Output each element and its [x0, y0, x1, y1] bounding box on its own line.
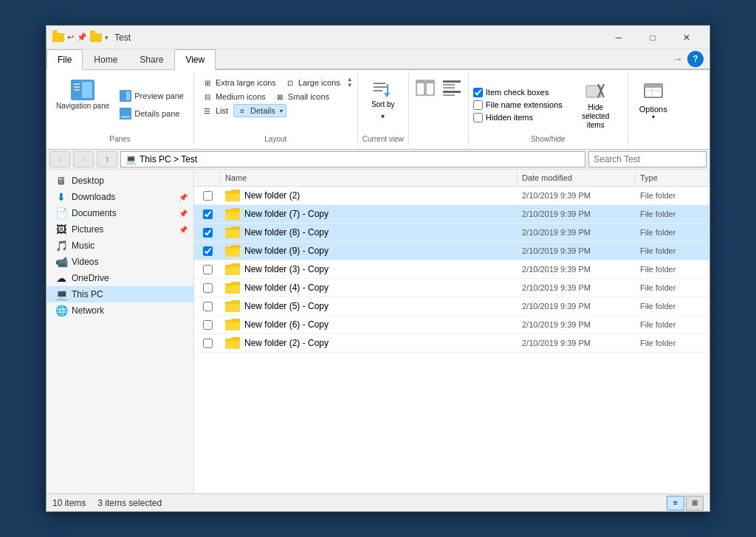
dropdown-arrow[interactable]: ▾	[105, 34, 109, 41]
large-view-toggle[interactable]: ⊞	[686, 496, 704, 510]
file-extensions-option[interactable]: File name extensions	[473, 99, 563, 111]
sort-by-button[interactable]: Sort by	[365, 76, 402, 112]
item-checkboxes-label: Item check boxes	[486, 88, 549, 97]
file-checkbox[interactable]	[203, 302, 213, 311]
table-row[interactable]: New folder (9) - Copy 2/10/2019 9:39 PM …	[194, 242, 709, 260]
file-type: File folder	[636, 243, 709, 258]
file-checkbox[interactable]	[203, 265, 213, 274]
sidebar-item-documents[interactable]: 📄 Documents 📌	[47, 205, 193, 221]
help-button[interactable]: ?	[687, 51, 704, 67]
sidebar-item-music[interactable]: 🎵 Music	[47, 238, 193, 254]
details-pane-button[interactable]: Details pane	[116, 105, 188, 122]
folder-icon	[225, 282, 240, 294]
table-row[interactable]: New folder (4) - Copy 2/10/2019 9:39 PM …	[194, 279, 709, 297]
list-button[interactable]: ☰ List	[199, 104, 232, 117]
file-checkbox-cell[interactable]	[194, 282, 221, 294]
details-dropdown-arrow[interactable]: ▾	[280, 108, 283, 114]
ribbon-group-showhide: Item check boxes File name extensions Hi…	[469, 73, 628, 146]
file-checkbox[interactable]	[203, 246, 213, 256]
file-checkbox-cell[interactable]	[194, 337, 221, 350]
header-date[interactable]: Date modified	[518, 171, 636, 184]
sort-dropdown-arrow[interactable]: ▾	[381, 112, 385, 123]
sidebar-item-thispc[interactable]: 💻 This PC	[47, 286, 193, 302]
file-extensions-checkbox[interactable]	[473, 100, 483, 110]
hide-selected-button[interactable]: Hide selected items	[568, 76, 623, 134]
sidebar-item-videos[interactable]: 📹 Videos	[47, 254, 193, 270]
tab-home[interactable]: Home	[83, 49, 128, 70]
options-button[interactable]: Options ▾	[633, 76, 674, 124]
table-row[interactable]: New folder (2) 2/10/2019 9:39 PM File fo…	[194, 187, 709, 205]
extra-large-icons-button[interactable]: ⊞ Extra large icons	[199, 76, 280, 89]
navigation-pane-button[interactable]: Navigation pane	[52, 76, 113, 134]
hidden-items-option[interactable]: Hidden items	[473, 111, 563, 124]
file-checkbox-cell[interactable]	[194, 226, 221, 239]
preview-pane-button[interactable]: Preview pane	[116, 88, 188, 104]
options-arrow[interactable]: ▾	[652, 114, 655, 120]
small-icons-button[interactable]: ⊠ Small icons	[271, 90, 333, 103]
svg-rect-5	[121, 91, 125, 100]
back-button[interactable]: ‹	[49, 151, 70, 167]
sidebar-item-network[interactable]: 🌐 Network	[47, 302, 193, 319]
up-button[interactable]: ↑	[97, 151, 117, 167]
close-button[interactable]: ✕	[670, 26, 704, 49]
group-button[interactable]	[440, 76, 464, 100]
file-checkbox-cell[interactable]	[194, 300, 221, 313]
search-input[interactable]	[588, 151, 707, 167]
svg-rect-21	[443, 91, 461, 93]
sidebar-item-desktop[interactable]: 🖥 Desktop	[47, 173, 193, 189]
details-button[interactable]: ≡ Details ▾	[233, 104, 286, 117]
layout-scroll-down[interactable]: ▼	[347, 83, 353, 89]
svg-rect-19	[443, 84, 455, 86]
main-area: 🖥 Desktop ⬇ Downloads 📌 📄 Documents 📌 🖼 …	[47, 170, 709, 493]
item-count: 10 items	[52, 498, 86, 508]
statusbar-right: ≡ ⊞	[667, 496, 704, 510]
file-checkbox[interactable]	[203, 228, 213, 238]
column-button[interactable]	[413, 76, 437, 100]
minimize-button[interactable]: ─	[602, 26, 636, 49]
table-row[interactable]: New folder (6) - Copy 2/10/2019 9:39 PM …	[194, 316, 709, 334]
folder-icon	[225, 226, 240, 238]
item-checkboxes-option[interactable]: Item check boxes	[473, 86, 563, 99]
file-checkbox[interactable]	[203, 339, 213, 348]
svg-rect-31	[225, 212, 240, 220]
tab-view[interactable]: View	[174, 49, 216, 70]
sidebar-item-pictures-label: Pictures	[72, 224, 103, 235]
details-view-toggle[interactable]: ≡	[667, 496, 684, 510]
table-row[interactable]: New folder (3) - Copy 2/10/2019 9:39 PM …	[194, 260, 709, 279]
file-checkbox-cell[interactable]	[194, 263, 221, 276]
sidebar-item-downloads[interactable]: ⬇ Downloads 📌	[47, 189, 193, 205]
tab-share[interactable]: Share	[128, 49, 174, 70]
table-row[interactable]: New folder (2) - Copy 2/10/2019 9:39 PM …	[194, 334, 709, 353]
file-checkbox[interactable]	[203, 209, 213, 219]
table-row[interactable]: New folder (5) - Copy 2/10/2019 9:39 PM …	[194, 297, 709, 316]
medium-icons-button[interactable]: ⊟ Medium icons	[199, 90, 269, 103]
options-label: Options	[639, 105, 667, 114]
file-checkbox-cell[interactable]	[194, 245, 221, 257]
folder-icon	[225, 337, 240, 349]
sidebar-item-pictures[interactable]: 🖼 Pictures 📌	[47, 221, 193, 238]
file-checkbox[interactable]	[203, 320, 213, 330]
file-checkbox[interactable]	[203, 283, 213, 293]
file-name-cell: New folder (8) - Copy	[221, 224, 518, 241]
sidebar-item-onedrive[interactable]: ☁ OneDrive	[47, 270, 193, 286]
undo-icon[interactable]: ↩	[67, 32, 74, 42]
file-checkbox-cell[interactable]	[194, 190, 221, 202]
tab-file[interactable]: File	[47, 49, 83, 70]
file-date: 2/10/2019 9:39 PM	[518, 336, 636, 350]
table-row[interactable]: New folder (7) - Copy 2/10/2019 9:39 PM …	[194, 205, 709, 224]
forward-button[interactable]: ›	[73, 151, 94, 167]
maximize-button[interactable]: □	[636, 26, 670, 49]
hidden-items-checkbox[interactable]	[473, 113, 483, 122]
svg-rect-16	[416, 80, 425, 83]
header-type[interactable]: Type	[636, 171, 709, 184]
table-row[interactable]: New folder (8) - Copy 2/10/2019 9:39 PM …	[194, 224, 709, 242]
file-checkbox-cell[interactable]	[194, 208, 221, 221]
file-checkbox-cell[interactable]	[194, 319, 221, 331]
address-bar[interactable]: 💻 This PC > Test	[120, 151, 585, 167]
header-name[interactable]: Name	[221, 171, 518, 184]
item-checkboxes-checkbox[interactable]	[473, 88, 483, 97]
file-checkbox[interactable]	[203, 191, 213, 201]
large-icons-button[interactable]: ⊡ Large icons	[281, 76, 344, 89]
extra-large-label: Extra large icons	[216, 78, 276, 87]
pin-icon[interactable]: 📌	[77, 32, 87, 42]
